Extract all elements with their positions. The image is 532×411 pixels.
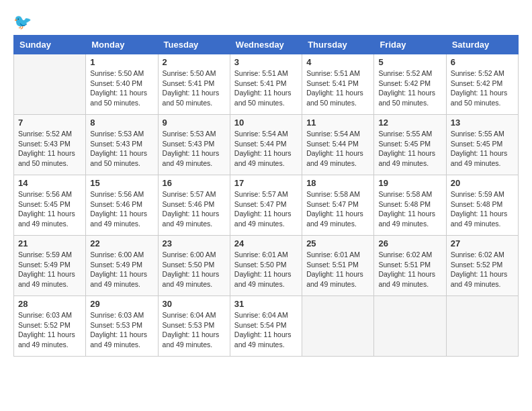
day-number: 2 [163,57,226,67]
calendar-week-row: 7 Sunrise: 5:52 AM Sunset: 5:43 PM Dayli… [14,115,519,175]
day-info: Sunrise: 6:01 AM Sunset: 5:50 PM Dayligh… [234,250,298,289]
calendar-cell: 11 Sunrise: 5:54 AM Sunset: 5:44 PM Dayl… [302,115,374,175]
day-info: Sunrise: 6:04 AM Sunset: 5:53 PM Dayligh… [163,310,226,350]
day-number: 7 [18,118,81,128]
day-info: Sunrise: 5:52 AM Sunset: 5:43 PM Dayligh… [18,129,81,169]
calendar-cell: 14 Sunrise: 5:56 AM Sunset: 5:45 PM Dayl… [14,175,86,236]
day-number: 25 [306,238,369,248]
calendar-cell [374,296,446,357]
day-number: 10 [234,118,298,128]
calendar-header-row: SundayMondayTuesdayWednesdayThursdayFrid… [14,36,519,54]
day-info: Sunrise: 5:51 AM Sunset: 5:41 PM Dayligh… [306,68,369,108]
day-header-thursday: Thursday [302,36,374,54]
day-number: 12 [378,118,441,128]
day-number: 30 [163,299,226,309]
day-number: 5 [378,57,441,67]
day-header-tuesday: Tuesday [158,36,230,54]
calendar-cell: 23 Sunrise: 6:00 AM Sunset: 5:50 PM Dayl… [158,236,230,296]
logo-bird-icon: 🐦 [13,13,32,31]
calendar-cell: 19 Sunrise: 5:58 AM Sunset: 5:48 PM Dayl… [374,175,446,236]
day-info: Sunrise: 5:52 AM Sunset: 5:42 PM Dayligh… [378,68,441,108]
day-number: 21 [18,238,81,248]
calendar-cell: 1 Sunrise: 5:50 AM Sunset: 5:40 PM Dayli… [86,54,158,115]
day-info: Sunrise: 5:56 AM Sunset: 5:45 PM Dayligh… [18,189,81,229]
day-number: 8 [90,118,153,128]
calendar-week-row: 21 Sunrise: 5:59 AM Sunset: 5:49 PM Dayl… [14,236,519,296]
calendar-cell: 29 Sunrise: 6:03 AM Sunset: 5:53 PM Dayl… [86,296,158,357]
day-number: 16 [163,178,226,188]
calendar-cell: 13 Sunrise: 5:55 AM Sunset: 5:45 PM Dayl… [446,115,518,175]
day-info: Sunrise: 6:01 AM Sunset: 5:51 PM Dayligh… [306,250,369,289]
day-number: 29 [90,299,153,309]
day-info: Sunrise: 5:57 AM Sunset: 5:47 PM Dayligh… [234,189,298,229]
day-number: 11 [306,118,369,128]
day-info: Sunrise: 5:51 AM Sunset: 5:41 PM Dayligh… [234,68,298,108]
day-number: 1 [90,57,153,67]
day-number: 19 [378,178,441,188]
day-number: 9 [163,118,226,128]
day-number: 23 [163,238,226,248]
day-number: 20 [451,178,514,188]
day-info: Sunrise: 6:02 AM Sunset: 5:52 PM Dayligh… [451,250,514,289]
day-info: Sunrise: 6:00 AM Sunset: 5:49 PM Dayligh… [90,250,153,289]
day-info: Sunrise: 6:04 AM Sunset: 5:54 PM Dayligh… [234,310,298,350]
calendar-cell [446,296,518,357]
calendar-cell: 2 Sunrise: 5:50 AM Sunset: 5:41 PM Dayli… [158,54,230,115]
calendar-week-row: 1 Sunrise: 5:50 AM Sunset: 5:40 PM Dayli… [14,54,519,115]
calendar-cell: 16 Sunrise: 5:57 AM Sunset: 5:46 PM Dayl… [158,175,230,236]
day-header-friday: Friday [374,36,446,54]
day-info: Sunrise: 5:52 AM Sunset: 5:42 PM Dayligh… [451,68,514,108]
calendar-cell: 25 Sunrise: 6:01 AM Sunset: 5:51 PM Dayl… [302,236,374,296]
calendar-cell: 31 Sunrise: 6:04 AM Sunset: 5:54 PM Dayl… [230,296,302,357]
day-info: Sunrise: 5:55 AM Sunset: 5:45 PM Dayligh… [451,129,514,169]
calendar-cell: 21 Sunrise: 5:59 AM Sunset: 5:49 PM Dayl… [14,236,86,296]
day-number: 3 [234,57,298,67]
day-info: Sunrise: 5:53 AM Sunset: 5:43 PM Dayligh… [163,129,226,169]
day-number: 14 [18,178,81,188]
calendar-week-row: 28 Sunrise: 6:03 AM Sunset: 5:52 PM Dayl… [14,296,519,357]
day-info: Sunrise: 5:56 AM Sunset: 5:46 PM Dayligh… [90,189,153,229]
calendar-cell: 5 Sunrise: 5:52 AM Sunset: 5:42 PM Dayli… [374,54,446,115]
day-header-sunday: Sunday [14,36,86,54]
calendar-cell: 10 Sunrise: 5:54 AM Sunset: 5:44 PM Dayl… [230,115,302,175]
calendar-cell: 18 Sunrise: 5:58 AM Sunset: 5:47 PM Dayl… [302,175,374,236]
day-header-wednesday: Wednesday [230,36,302,54]
calendar-cell: 12 Sunrise: 5:55 AM Sunset: 5:45 PM Dayl… [374,115,446,175]
day-info: Sunrise: 6:03 AM Sunset: 5:53 PM Dayligh… [90,310,153,350]
calendar-cell: 15 Sunrise: 5:56 AM Sunset: 5:46 PM Dayl… [86,175,158,236]
logo: 🐦 [13,13,32,28]
day-number: 24 [234,238,298,248]
calendar-cell: 7 Sunrise: 5:52 AM Sunset: 5:43 PM Dayli… [14,115,86,175]
day-number: 13 [451,118,514,128]
day-info: Sunrise: 6:00 AM Sunset: 5:50 PM Dayligh… [163,250,226,289]
calendar-week-row: 14 Sunrise: 5:56 AM Sunset: 5:45 PM Dayl… [14,175,519,236]
day-number: 31 [234,299,298,309]
day-info: Sunrise: 5:54 AM Sunset: 5:44 PM Dayligh… [234,129,298,169]
day-info: Sunrise: 5:59 AM Sunset: 5:48 PM Dayligh… [451,189,514,229]
day-info: Sunrise: 6:03 AM Sunset: 5:52 PM Dayligh… [18,310,81,350]
calendar-cell [14,54,86,115]
day-number: 15 [90,178,153,188]
calendar-cell: 27 Sunrise: 6:02 AM Sunset: 5:52 PM Dayl… [446,236,518,296]
day-number: 17 [234,178,298,188]
calendar-cell: 6 Sunrise: 5:52 AM Sunset: 5:42 PM Dayli… [446,54,518,115]
calendar-cell: 26 Sunrise: 6:02 AM Sunset: 5:51 PM Dayl… [374,236,446,296]
day-number: 6 [451,57,514,67]
day-header-saturday: Saturday [446,36,518,54]
calendar-cell: 28 Sunrise: 6:03 AM Sunset: 5:52 PM Dayl… [14,296,86,357]
calendar-cell: 3 Sunrise: 5:51 AM Sunset: 5:41 PM Dayli… [230,54,302,115]
calendar-cell: 17 Sunrise: 5:57 AM Sunset: 5:47 PM Dayl… [230,175,302,236]
day-info: Sunrise: 5:58 AM Sunset: 5:47 PM Dayligh… [306,189,369,229]
calendar-cell: 9 Sunrise: 5:53 AM Sunset: 5:43 PM Dayli… [158,115,230,175]
calendar-cell: 20 Sunrise: 5:59 AM Sunset: 5:48 PM Dayl… [446,175,518,236]
calendar-cell: 4 Sunrise: 5:51 AM Sunset: 5:41 PM Dayli… [302,54,374,115]
day-number: 26 [378,238,441,248]
day-number: 22 [90,238,153,248]
day-info: Sunrise: 5:53 AM Sunset: 5:43 PM Dayligh… [90,129,153,169]
day-number: 28 [18,299,81,309]
day-number: 18 [306,178,369,188]
day-number: 27 [451,238,514,248]
day-info: Sunrise: 5:50 AM Sunset: 5:40 PM Dayligh… [90,68,153,108]
day-info: Sunrise: 5:55 AM Sunset: 5:45 PM Dayligh… [378,129,441,169]
calendar-cell: 30 Sunrise: 6:04 AM Sunset: 5:53 PM Dayl… [158,296,230,357]
